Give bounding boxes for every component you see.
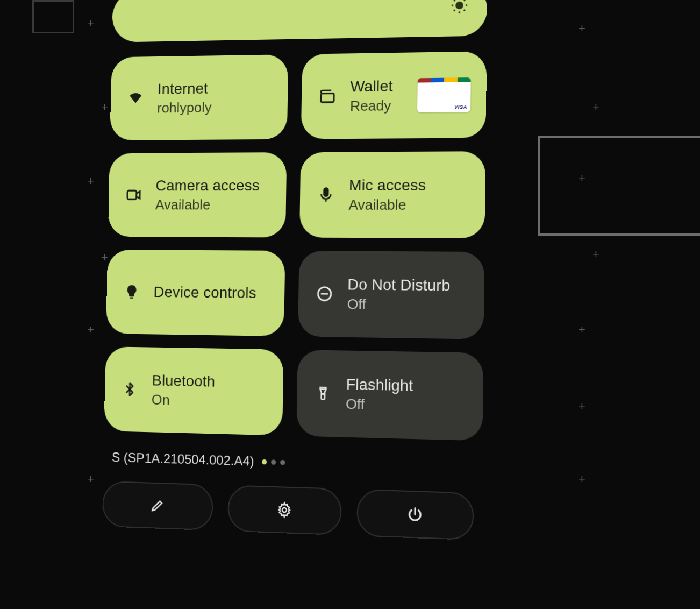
brightness-slider[interactable] (112, 0, 488, 43)
tile-title: Internet (158, 80, 212, 97)
bg-plus: + (578, 171, 585, 185)
page-dot (280, 459, 285, 465)
build-row: S (SP1A.210504.002.A4) (112, 450, 483, 476)
bg-plus: + (87, 323, 94, 337)
bg-plus: + (578, 323, 585, 337)
bluetooth-icon (119, 380, 140, 399)
build-label: S (SP1A.210504.002.A4) (112, 450, 254, 469)
tile-subtitle: Off (347, 295, 451, 314)
tile-title: Mic access (349, 176, 426, 194)
bg-square (32, 0, 74, 33)
tile-wallet[interactable]: Wallet Ready VISA (301, 51, 487, 139)
tile-device-controls[interactable]: Device controls (106, 250, 285, 336)
bg-plus: + (592, 100, 599, 114)
tile-title: Camera access (155, 176, 260, 194)
bg-plus: + (87, 174, 94, 188)
flashlight-icon (312, 384, 334, 403)
tile-title: Do Not Disturb (347, 275, 451, 294)
bg-plus: + (578, 22, 585, 36)
tile-title: Wallet (350, 77, 393, 95)
camera-icon (123, 186, 144, 203)
tile-internet[interactable]: Internet rohlypoly (110, 54, 288, 140)
svg-point-0 (456, 2, 463, 9)
page-dot (262, 459, 267, 464)
settings-button[interactable] (227, 485, 342, 535)
bg-plus: + (578, 472, 585, 486)
edit-button[interactable] (102, 481, 213, 531)
bg-plus: + (592, 247, 599, 261)
tile-flashlight[interactable]: Flashlight Off (296, 350, 483, 441)
quick-settings-panel: Internet rohlypoly Wallet Ready (102, 0, 488, 541)
gear-icon (276, 501, 293, 519)
dnd-icon (313, 285, 335, 303)
tile-dnd[interactable]: Do Not Disturb Off (298, 251, 484, 339)
bg-plus: + (578, 399, 585, 413)
bg-plus: + (101, 100, 108, 114)
tile-subtitle: Ready (350, 97, 393, 114)
tile-mic-access[interactable]: Mic access Available (299, 151, 485, 238)
svg-point-7 (323, 393, 324, 394)
pencil-icon (150, 498, 165, 513)
tile-subtitle: Available (155, 196, 260, 213)
page-dot (271, 459, 276, 465)
svg-rect-1 (127, 190, 137, 199)
bg-plus: + (87, 472, 94, 486)
bg-plus: + (87, 16, 94, 30)
svg-rect-3 (130, 297, 133, 299)
card-brand: VISA (454, 104, 467, 110)
bulb-icon (121, 284, 142, 300)
brightness-icon (447, 0, 472, 18)
svg-rect-2 (324, 188, 328, 196)
tile-title: Flashlight (346, 376, 413, 395)
svg-point-8 (282, 508, 287, 513)
tile-bluetooth[interactable]: Bluetooth On (104, 346, 283, 436)
power-icon (406, 506, 423, 523)
tile-subtitle: Off (346, 395, 413, 414)
tile-subtitle: Available (348, 196, 426, 214)
tile-camera-access[interactable]: Camera access Available (108, 152, 287, 237)
footer-actions (102, 481, 482, 541)
bg-square (538, 136, 700, 236)
wallet-card-thumbnail: VISA (417, 77, 471, 112)
tile-title: Device controls (153, 284, 256, 302)
tiles-grid: Internet rohlypoly Wallet Ready (104, 51, 487, 441)
page-indicator[interactable] (262, 459, 285, 465)
tile-title: Bluetooth (152, 372, 215, 391)
mic-icon (315, 187, 337, 203)
wallet-icon (317, 88, 339, 105)
tile-subtitle: On (152, 391, 215, 409)
tile-subtitle: rohlypoly (157, 99, 212, 116)
power-button[interactable] (356, 489, 474, 540)
wifi-icon (125, 90, 146, 107)
